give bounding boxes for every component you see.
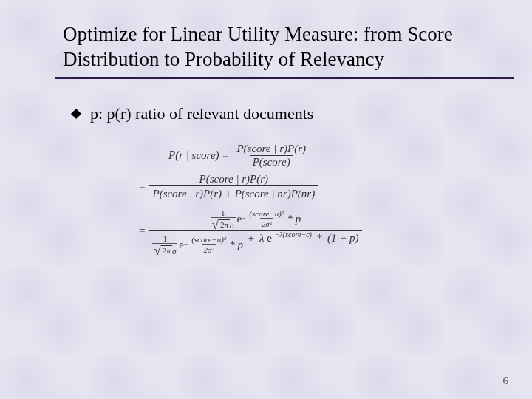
slide-body: p: p(r) ratio of relevant documents P(r … bbox=[72, 104, 495, 256]
gexp-num-d: (score−u)² bbox=[190, 236, 228, 244]
equation-line-1: P(r | score) = P(score | r)P(r) P(score) bbox=[139, 143, 457, 168]
page-number: 6 bbox=[503, 375, 509, 387]
gexp-frac-d: (score−u)² 2σ² bbox=[190, 236, 228, 254]
slide: Optimize for Linear Utility Measure: fro… bbox=[0, 0, 532, 399]
title-block: Optimize for Linear Utility Measure: fro… bbox=[63, 22, 488, 79]
gexp-den: 2σ² bbox=[260, 218, 273, 228]
bullet-item: p: p(r) ratio of relevant documents bbox=[72, 104, 495, 123]
eq2-num: P(score | r)P(r) bbox=[197, 173, 272, 185]
eq3-den: 1 √ 2π σ e − bbox=[149, 230, 361, 256]
plus-op: + bbox=[248, 232, 254, 244]
sqrt-icon: √ 2π bbox=[212, 219, 230, 229]
gexp-num: (score−u)² bbox=[248, 210, 285, 218]
gexp-den-d: 2σ² bbox=[202, 244, 215, 254]
gauss-coeff-den: 1 √ 2π σ bbox=[152, 235, 177, 256]
eq1-lhs: P(r | score) = bbox=[168, 149, 229, 162]
gauss-coeff-top-d: 1 bbox=[162, 235, 169, 243]
sqrt-icon-d: √ 2π bbox=[154, 245, 171, 255]
two-pi: 2π bbox=[220, 220, 228, 229]
gaussian-term-num: 1 √ 2π σ e − bbox=[211, 209, 301, 230]
lambda-var: λ bbox=[259, 232, 265, 244]
p-var-d: p bbox=[238, 239, 244, 251]
gauss-coeff-num: 1 √ 2π σ bbox=[211, 209, 236, 230]
eq2-den: P(score | r)P(r) + P(score | nr)P(nr) bbox=[149, 185, 318, 200]
star-op-d: * bbox=[230, 239, 236, 251]
sigma-d: σ bbox=[172, 247, 176, 256]
eq1-num: P(score | r)P(r) bbox=[233, 143, 309, 155]
e-base-exp: e bbox=[267, 232, 272, 244]
star-op: * bbox=[287, 213, 293, 225]
lambda-exponent: −λ(score−c) bbox=[275, 231, 312, 239]
gauss-coeff-bot-d: √ 2π σ bbox=[152, 243, 177, 256]
eq1-den: P(score) bbox=[250, 155, 293, 168]
star-op-2: * bbox=[317, 232, 323, 244]
sigma: σ bbox=[230, 221, 233, 230]
equation-block: P(r | score) = P(score | r)P(r) P(score)… bbox=[139, 143, 457, 256]
slide-title: Optimize for Linear Utility Measure: fro… bbox=[63, 22, 488, 72]
gauss-exponent-num: − (score−u)² 2σ² bbox=[242, 210, 285, 228]
eq3-eqsign: = bbox=[139, 225, 145, 237]
equation-line-3: = 1 √ 2π σ bbox=[139, 206, 457, 256]
eq3-fraction: 1 √ 2π σ e − bbox=[149, 206, 361, 256]
title-underline bbox=[55, 77, 514, 79]
bullet-text: p: p(r) ratio of relevant documents bbox=[90, 104, 313, 123]
p-var: p bbox=[296, 213, 301, 225]
gauss-coeff-top: 1 bbox=[219, 209, 227, 217]
diamond-bullet-icon bbox=[71, 108, 81, 118]
e-base-d: e bbox=[179, 239, 184, 251]
gexp-frac: (score−u)² 2σ² bbox=[248, 210, 285, 228]
eq1-fraction: P(score | r)P(r) P(score) bbox=[233, 143, 309, 168]
gaussian-term-den: 1 √ 2π σ e − bbox=[152, 235, 243, 256]
eq2-fraction: P(score | r)P(r) P(score | r)P(r) + P(sc… bbox=[149, 173, 318, 200]
gauss-coeff-bot: √ 2π σ bbox=[211, 217, 236, 230]
one-minus-p: (1 − p) bbox=[327, 232, 359, 244]
gauss-exponent-den: − (score−u)² 2σ² bbox=[184, 236, 228, 254]
equation-line-2: = P(score | r)P(r) P(score | r)P(r) + P(… bbox=[139, 173, 457, 200]
e-base: e bbox=[237, 213, 242, 225]
neg: − bbox=[242, 214, 246, 222]
neg-d: − bbox=[184, 240, 188, 248]
eq2-eqsign: = bbox=[139, 180, 145, 193]
two-pi-d: 2π bbox=[163, 246, 171, 255]
eq3-num: 1 √ 2π σ e − bbox=[208, 206, 304, 230]
